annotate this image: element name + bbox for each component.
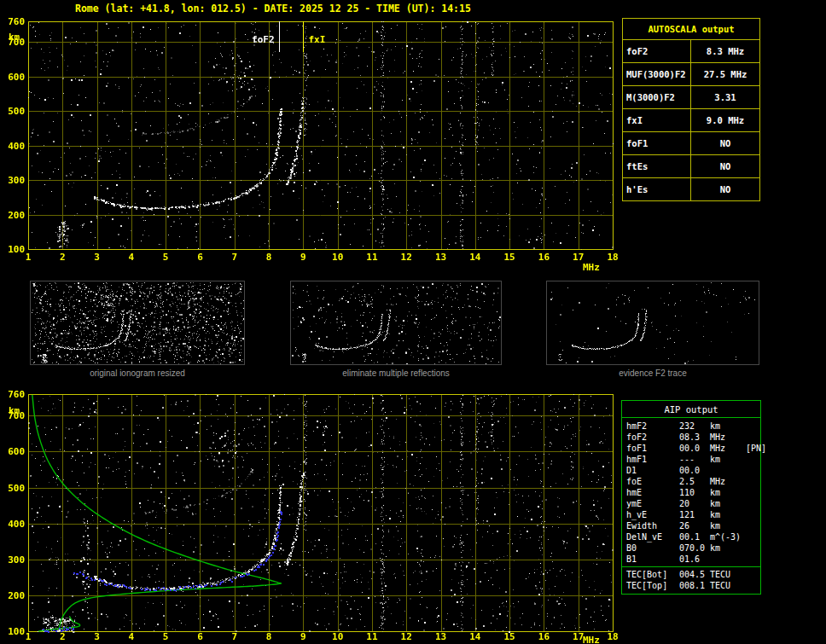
list-item: ymE20km [626, 498, 760, 509]
param-label: foF2 [623, 40, 691, 63]
list-item: TEC[Bot]004.5TECU [626, 569, 760, 580]
thumbnail-caption: original ionogram resized [30, 368, 245, 378]
list-item: hmF1---km [626, 454, 760, 465]
bottom-ionogram-canvas [0, 386, 621, 644]
param-note [746, 487, 760, 498]
param-unit: km [710, 542, 746, 554]
param-label: h'Es [623, 178, 691, 201]
param-value: 27.5 MHz [691, 63, 760, 86]
param-label: M(3000)F2 [623, 86, 691, 109]
list-item: Ewidth26km [626, 520, 760, 531]
param-label: hmE [626, 487, 679, 498]
param-note [746, 554, 760, 565]
list-item: DelN_vE00.1m^(-3) [626, 531, 760, 542]
param-note [746, 509, 760, 520]
param-value: 26 [679, 520, 710, 531]
table-row: M(3000)F2 3.31 [623, 86, 760, 109]
param-value: 004.5 [679, 569, 710, 580]
param-unit: TECU [710, 580, 746, 591]
thumbnail-eliminate-canvas [291, 281, 501, 364]
param-value: 08.3 [679, 432, 710, 443]
list-item: foF100.0MHz[PN] [626, 443, 760, 454]
thumbnail-evidence-f2 [546, 281, 759, 365]
param-note [746, 542, 760, 554]
param-value: 121 [679, 509, 710, 520]
param-label: fxI [623, 109, 691, 132]
param-value: 2.5 [679, 476, 710, 487]
param-unit: MHz [710, 432, 746, 443]
table-row: fxI 9.0 MHz [623, 109, 760, 132]
param-value: 00.0 [679, 443, 710, 454]
table-row: foF2 8.3 MHz [623, 40, 760, 63]
param-label: hmF1 [626, 454, 679, 465]
autoscala-output-table: AUTOSCALA output foF2 8.3 MHz MUF(3000)F… [622, 18, 760, 201]
param-note [746, 421, 760, 432]
param-label: foF1 [626, 443, 679, 454]
thumbnail-original-canvas [31, 281, 244, 364]
param-label: h_vE [626, 509, 679, 520]
thumbnail-caption: evidence F2 trace [546, 368, 759, 378]
param-value: NO [691, 178, 760, 201]
param-unit: km [710, 498, 746, 509]
param-label: TEC[Bot] [626, 569, 679, 580]
param-unit: km [710, 487, 746, 498]
param-label: Ewidth [626, 520, 679, 531]
table-row: foF1 NO [623, 132, 760, 155]
param-unit: MHz [710, 476, 746, 487]
param-unit: TECU [710, 569, 746, 580]
param-label: D1 [626, 465, 679, 476]
param-label: TEC[Top] [626, 580, 679, 591]
param-value: 9.0 MHz [691, 109, 760, 132]
param-label: foE [626, 476, 679, 487]
param-value: 3.31 [691, 86, 760, 109]
param-note [746, 520, 760, 531]
table-row: ftEs NO [623, 155, 760, 178]
param-value: 008.1 [679, 580, 710, 591]
param-note [746, 476, 760, 487]
autoscala-table-title: AUTOSCALA output [623, 19, 760, 40]
aip-rows: hmF2232km foF208.3MHz foF100.0MHz[PN] hm… [622, 418, 760, 566]
thumbnail-caption: eliminate multiple reflections [290, 368, 502, 378]
thumbnail-eliminate-reflections [290, 281, 502, 365]
param-value: 01.6 [679, 554, 710, 565]
list-item: foF208.3MHz [626, 432, 760, 443]
param-value: NO [691, 155, 760, 178]
param-label: foF1 [623, 132, 691, 155]
autoscala-table-title-row: AUTOSCALA output [623, 19, 760, 40]
station-title: Rome (lat: +41.8, lon: 012.5) - DATE: 20… [75, 3, 471, 15]
param-note [746, 465, 760, 476]
param-value: 110 [679, 487, 710, 498]
param-value: NO [691, 132, 760, 155]
autoscala-window: Rome (lat: +41.8, lon: 012.5) - DATE: 20… [0, 0, 826, 644]
param-note [746, 454, 760, 465]
list-item: h_vE121km [626, 509, 760, 520]
param-unit: km [710, 509, 746, 520]
param-value: 8.3 MHz [691, 40, 760, 63]
param-label: hmF2 [626, 421, 679, 432]
tec-section: TEC[Bot]004.5TECU TEC[Top]008.1TECU [622, 566, 760, 594]
param-unit [710, 465, 746, 476]
table-row: MUF(3000)F2 27.5 MHz [623, 63, 760, 86]
param-value: 00.1 [679, 531, 710, 542]
param-label: MUF(3000)F2 [623, 63, 691, 86]
list-item: B101.6 [626, 554, 760, 565]
param-unit: m^(-3) [710, 531, 746, 542]
thumbnail-evidence-canvas [547, 281, 759, 364]
param-unit [710, 554, 746, 565]
param-value: --- [679, 454, 710, 465]
list-item: D100.0 [626, 465, 760, 476]
param-label: DelN_vE [626, 531, 679, 542]
param-value: 00.0 [679, 465, 710, 476]
param-unit: km [710, 520, 746, 531]
param-note: [PN] [746, 443, 766, 454]
list-item: B0070.0km [626, 542, 760, 554]
table-row: h'Es NO [623, 178, 760, 201]
param-unit: MHz [710, 443, 746, 454]
top-ionogram-canvas [0, 14, 621, 280]
list-item: foE2.5MHz [626, 476, 760, 487]
param-label: ymE [626, 498, 679, 509]
param-note [746, 569, 760, 580]
param-label: B0 [626, 542, 679, 554]
param-value: 232 [679, 421, 710, 432]
param-note [746, 531, 760, 542]
